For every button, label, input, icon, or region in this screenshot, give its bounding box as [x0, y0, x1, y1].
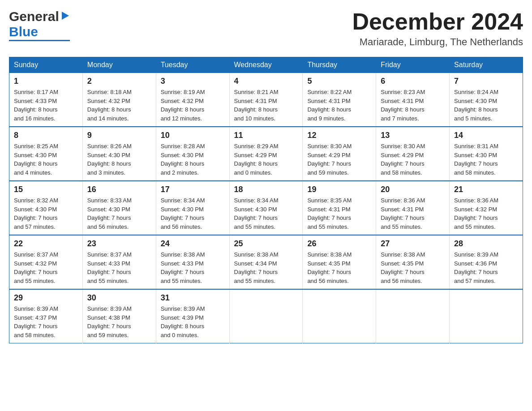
day-number: 29 — [14, 293, 78, 303]
col-header-monday: Monday — [82, 57, 156, 73]
day-info: Sunrise: 8:31 AM Sunset: 4:30 PM Dayligh… — [454, 142, 518, 177]
page-header: General Blue December 2024 Mariarade, Li… — [9, 9, 523, 48]
day-info: Sunrise: 8:34 AM Sunset: 4:30 PM Dayligh… — [161, 196, 225, 231]
day-info: Sunrise: 8:19 AM Sunset: 4:32 PM Dayligh… — [161, 88, 225, 123]
calendar-cell: 18Sunrise: 8:34 AM Sunset: 4:30 PM Dayli… — [229, 181, 303, 235]
calendar-cell: 16Sunrise: 8:33 AM Sunset: 4:30 PM Dayli… — [82, 181, 156, 235]
day-info: Sunrise: 8:30 AM Sunset: 4:29 PM Dayligh… — [381, 142, 445, 177]
calendar-cell — [229, 289, 303, 343]
logo-underline — [9, 40, 70, 41]
day-number: 7 — [454, 77, 518, 86]
day-number: 22 — [14, 239, 78, 248]
day-info: Sunrise: 8:21 AM Sunset: 4:31 PM Dayligh… — [234, 88, 298, 123]
calendar-cell — [376, 289, 450, 343]
day-info: Sunrise: 8:23 AM Sunset: 4:31 PM Dayligh… — [381, 88, 445, 123]
calendar-week-row: 15Sunrise: 8:32 AM Sunset: 4:30 PM Dayli… — [9, 181, 523, 235]
day-info: Sunrise: 8:39 AM Sunset: 4:37 PM Dayligh… — [14, 304, 78, 339]
day-number: 5 — [307, 77, 371, 86]
day-number: 26 — [307, 239, 371, 248]
calendar-cell: 12Sunrise: 8:30 AM Sunset: 4:29 PM Dayli… — [303, 127, 376, 181]
day-number: 23 — [87, 239, 151, 248]
day-info: Sunrise: 8:38 AM Sunset: 4:34 PM Dayligh… — [234, 250, 298, 285]
day-info: Sunrise: 8:18 AM Sunset: 4:32 PM Dayligh… — [87, 88, 151, 123]
logo: General Blue — [9, 9, 70, 41]
calendar-cell: 31Sunrise: 8:39 AM Sunset: 4:39 PM Dayli… — [156, 289, 229, 343]
day-info: Sunrise: 8:39 AM Sunset: 4:36 PM Dayligh… — [454, 250, 518, 285]
calendar-week-row: 8Sunrise: 8:25 AM Sunset: 4:30 PM Daylig… — [9, 127, 523, 181]
calendar-cell: 21Sunrise: 8:36 AM Sunset: 4:32 PM Dayli… — [450, 181, 523, 235]
day-info: Sunrise: 8:36 AM Sunset: 4:32 PM Dayligh… — [454, 196, 518, 231]
day-number: 9 — [87, 131, 151, 140]
calendar-header-row: SundayMondayTuesdayWednesdayThursdayFrid… — [9, 57, 523, 73]
day-number: 13 — [381, 131, 445, 140]
calendar-cell: 6Sunrise: 8:23 AM Sunset: 4:31 PM Daylig… — [376, 73, 450, 127]
day-number: 18 — [234, 185, 298, 194]
col-header-wednesday: Wednesday — [229, 57, 303, 73]
day-info: Sunrise: 8:38 AM Sunset: 4:33 PM Dayligh… — [161, 250, 225, 285]
calendar-cell — [450, 289, 523, 343]
day-info: Sunrise: 8:32 AM Sunset: 4:30 PM Dayligh… — [14, 196, 78, 231]
title-section: December 2024 Mariarade, Limburg, The Ne… — [352, 9, 523, 48]
col-header-saturday: Saturday — [450, 57, 523, 73]
day-number: 10 — [161, 131, 225, 140]
calendar-week-row: 29Sunrise: 8:39 AM Sunset: 4:37 PM Dayli… — [9, 289, 523, 343]
svg-marker-0 — [62, 12, 69, 20]
day-info: Sunrise: 8:39 AM Sunset: 4:39 PM Dayligh… — [161, 304, 225, 339]
day-number: 28 — [454, 239, 518, 248]
day-number: 24 — [161, 239, 225, 248]
calendar-table: SundayMondayTuesdayWednesdayThursdayFrid… — [9, 57, 523, 343]
logo-general: General — [9, 9, 59, 24]
calendar-cell: 11Sunrise: 8:29 AM Sunset: 4:29 PM Dayli… — [229, 127, 303, 181]
day-info: Sunrise: 8:29 AM Sunset: 4:29 PM Dayligh… — [234, 142, 298, 177]
col-header-tuesday: Tuesday — [156, 57, 229, 73]
day-info: Sunrise: 8:35 AM Sunset: 4:31 PM Dayligh… — [307, 196, 371, 231]
col-header-friday: Friday — [376, 57, 450, 73]
day-info: Sunrise: 8:22 AM Sunset: 4:31 PM Dayligh… — [307, 88, 371, 123]
day-info: Sunrise: 8:26 AM Sunset: 4:30 PM Dayligh… — [87, 142, 151, 177]
calendar-cell: 10Sunrise: 8:28 AM Sunset: 4:30 PM Dayli… — [156, 127, 229, 181]
calendar-cell: 24Sunrise: 8:38 AM Sunset: 4:33 PM Dayli… — [156, 235, 229, 289]
day-info: Sunrise: 8:33 AM Sunset: 4:30 PM Dayligh… — [87, 196, 151, 231]
calendar-cell: 29Sunrise: 8:39 AM Sunset: 4:37 PM Dayli… — [9, 289, 83, 343]
day-info: Sunrise: 8:24 AM Sunset: 4:30 PM Dayligh… — [454, 88, 518, 123]
day-number: 19 — [307, 185, 371, 194]
day-number: 15 — [14, 185, 78, 194]
day-info: Sunrise: 8:28 AM Sunset: 4:30 PM Dayligh… — [161, 142, 225, 177]
calendar-week-row: 1Sunrise: 8:17 AM Sunset: 4:33 PM Daylig… — [9, 73, 523, 127]
calendar-cell: 19Sunrise: 8:35 AM Sunset: 4:31 PM Dayli… — [303, 181, 376, 235]
day-number: 12 — [307, 131, 371, 140]
col-header-sunday: Sunday — [9, 57, 83, 73]
day-number: 4 — [234, 77, 298, 86]
day-number: 17 — [161, 185, 225, 194]
calendar-week-row: 22Sunrise: 8:37 AM Sunset: 4:32 PM Dayli… — [9, 235, 523, 289]
day-number: 16 — [87, 185, 151, 194]
day-number: 6 — [381, 77, 445, 86]
calendar-cell: 13Sunrise: 8:30 AM Sunset: 4:29 PM Dayli… — [376, 127, 450, 181]
day-number: 25 — [234, 239, 298, 248]
day-number: 3 — [161, 77, 225, 86]
calendar-cell: 23Sunrise: 8:37 AM Sunset: 4:33 PM Dayli… — [82, 235, 156, 289]
calendar-cell: 2Sunrise: 8:18 AM Sunset: 4:32 PM Daylig… — [82, 73, 156, 127]
calendar-cell: 8Sunrise: 8:25 AM Sunset: 4:30 PM Daylig… — [9, 127, 83, 181]
calendar-cell: 22Sunrise: 8:37 AM Sunset: 4:32 PM Dayli… — [9, 235, 83, 289]
day-number: 1 — [14, 77, 78, 86]
col-header-thursday: Thursday — [303, 57, 376, 73]
day-number: 14 — [454, 131, 518, 140]
month-title: December 2024 — [352, 9, 523, 34]
day-info: Sunrise: 8:30 AM Sunset: 4:29 PM Dayligh… — [307, 142, 371, 177]
day-number: 20 — [381, 185, 445, 194]
day-number: 21 — [454, 185, 518, 194]
calendar-cell: 25Sunrise: 8:38 AM Sunset: 4:34 PM Dayli… — [229, 235, 303, 289]
calendar-cell: 20Sunrise: 8:36 AM Sunset: 4:31 PM Dayli… — [376, 181, 450, 235]
day-info: Sunrise: 8:17 AM Sunset: 4:33 PM Dayligh… — [14, 88, 78, 123]
calendar-cell: 14Sunrise: 8:31 AM Sunset: 4:30 PM Dayli… — [450, 127, 523, 181]
day-info: Sunrise: 8:39 AM Sunset: 4:38 PM Dayligh… — [87, 304, 151, 339]
calendar-cell: 15Sunrise: 8:32 AM Sunset: 4:30 PM Dayli… — [9, 181, 83, 235]
day-number: 2 — [87, 77, 151, 86]
day-info: Sunrise: 8:37 AM Sunset: 4:33 PM Dayligh… — [87, 250, 151, 285]
day-number: 30 — [87, 293, 151, 303]
day-number: 8 — [14, 131, 78, 140]
location-title: Mariarade, Limburg, The Netherlands — [352, 36, 523, 48]
calendar-cell: 4Sunrise: 8:21 AM Sunset: 4:31 PM Daylig… — [229, 73, 303, 127]
logo-blue: Blue — [9, 24, 38, 39]
